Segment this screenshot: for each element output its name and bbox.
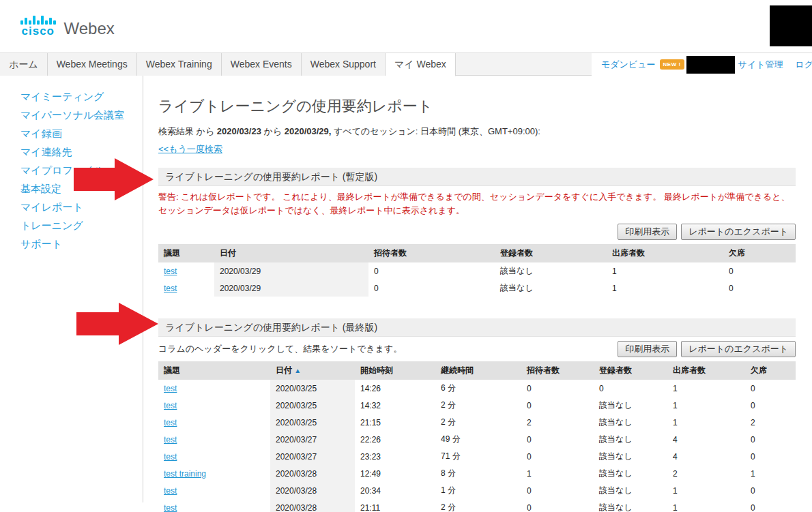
tab-webex-events[interactable]: Webex Events	[222, 53, 302, 76]
column-header[interactable]: 日付 ▲	[270, 361, 355, 380]
data-cell: 2 分	[435, 414, 521, 431]
session-topic-link[interactable]: test	[164, 267, 177, 276]
search-summary: 検索結果 から 2020/03/23 から 2020/03/29, すべてのセッ…	[158, 125, 796, 138]
topic-cell: test	[158, 262, 214, 280]
sidebar-item-training[interactable]: トレーニング	[20, 216, 143, 235]
column-header[interactable]: 議題	[158, 361, 270, 380]
export-report-button[interactable]: レポートのエクスポート	[681, 224, 796, 240]
data-cell: 0	[594, 380, 667, 397]
data-cell: 2020/03/27	[270, 431, 355, 448]
topic-cell: test	[158, 431, 270, 448]
table-row: test2020/03/290該当なし10	[158, 262, 796, 280]
session-topic-link[interactable]: test	[164, 452, 177, 462]
page-header: cisco Webex	[0, 0, 812, 52]
data-cell: 1	[521, 465, 594, 482]
data-cell: 12:49	[355, 465, 435, 482]
sort-ascending-icon: ▲	[294, 367, 301, 374]
session-topic-link[interactable]: test training	[164, 469, 206, 479]
data-cell: 21:11	[355, 499, 435, 512]
column-header[interactable]: 登録者数	[594, 361, 667, 380]
data-cell: 14:32	[355, 397, 435, 414]
redaction-box	[770, 5, 812, 46]
data-cell: 0	[521, 448, 594, 465]
sidebar-item-my-meetings[interactable]: マイミーティング	[20, 87, 143, 106]
cisco-webex-logo: cisco Webex	[20, 15, 115, 36]
session-topic-link[interactable]: test	[164, 401, 177, 410]
data-cell: 0	[723, 262, 796, 280]
data-cell: 該当なし	[594, 448, 667, 465]
data-cell: 6 分	[435, 380, 521, 397]
data-cell: 2	[521, 414, 594, 431]
site-admin-link[interactable]: サイト管理	[738, 59, 783, 71]
printer-friendly-button[interactable]: 印刷用表示	[618, 341, 677, 357]
session-topic-link[interactable]: test	[164, 486, 177, 496]
export-report-button[interactable]: レポートのエクスポート	[681, 341, 796, 357]
table-row: test2020/03/2521:152 分2該当なし12	[158, 414, 796, 431]
data-cell: 該当なし	[594, 414, 667, 431]
tab-home[interactable]: ホーム	[0, 53, 48, 76]
logout-link[interactable]: ログアウト	[796, 59, 812, 71]
data-cell: 2	[745, 414, 796, 431]
data-cell: 1	[667, 499, 745, 512]
table-row: test training2020/03/2812:498 分1該当なし21	[158, 465, 796, 482]
redaction-box	[686, 56, 735, 74]
table-row: test2020/03/290該当なし10	[158, 280, 796, 297]
data-cell: 2020/03/27	[270, 448, 355, 465]
data-cell: 1	[667, 380, 745, 397]
tab-webex-meetings[interactable]: Webex Meetings	[48, 53, 137, 76]
final-actions: 印刷用表示 レポートのエクスポート	[618, 341, 796, 357]
page-title: ライブトレーニングの使用要約レポート	[158, 96, 796, 117]
data-cell: 2020/03/29	[214, 262, 368, 280]
session-topic-link[interactable]: test	[164, 418, 177, 427]
search-again-link[interactable]: <<もう一度検索	[158, 143, 222, 155]
modern-view-link[interactable]: モダンビュー	[601, 59, 656, 71]
data-cell: 2020/03/25	[270, 380, 355, 397]
final-report-heading: ライブトレーニングの使用要約レポート (最終版)	[158, 318, 796, 337]
data-cell: 1	[607, 262, 723, 280]
column-header: 出席者数	[607, 244, 723, 262]
tab-my-webex[interactable]: マイ Webex	[386, 53, 456, 76]
data-cell: 2020/03/28	[270, 465, 355, 482]
cisco-wordmark: cisco	[22, 26, 55, 36]
sidebar-item-my-personal-room[interactable]: マイパーソナル会議室	[20, 106, 143, 124]
column-header[interactable]: 招待者数	[521, 361, 594, 380]
sidebar-item-my-recordings[interactable]: マイ録画	[20, 124, 143, 142]
data-cell: 2020/03/29	[214, 280, 368, 297]
table-row: test2020/03/2820:341 分0該当なし10	[158, 482, 796, 499]
data-cell: 1	[745, 465, 796, 482]
topic-cell: test	[158, 280, 214, 297]
annotation-arrow-icon	[76, 302, 159, 346]
session-topic-link[interactable]: test	[164, 284, 177, 293]
tab-webex-support[interactable]: Webex Support	[302, 53, 386, 76]
data-cell: 該当なし	[495, 262, 607, 280]
topic-cell: test	[158, 482, 270, 499]
data-cell: 該当なし	[594, 482, 667, 499]
search-summary-prefix: 検索結果 から	[158, 126, 217, 136]
column-header[interactable]: 欠席	[745, 361, 796, 380]
provisional-report-table: 議題日付招待者数登録者数出席者数欠席test2020/03/290該当なし10t…	[158, 244, 796, 297]
data-cell: 0	[521, 380, 594, 397]
column-header[interactable]: 出席者数	[667, 361, 745, 380]
data-cell: 20:34	[355, 482, 435, 499]
data-cell: 2 分	[435, 397, 521, 414]
data-cell: 2020/03/28	[270, 499, 355, 512]
table-header-row: 議題日付 ▲開始時刻継続時間招待者数登録者数出席者数欠席	[158, 361, 796, 380]
column-header: 登録者数	[495, 244, 607, 262]
table-row: test2020/03/2514:266 分0010	[158, 380, 796, 397]
data-cell: 2020/03/25	[270, 397, 355, 414]
search-date-to: 2020/03/29,	[285, 126, 332, 136]
session-topic-link[interactable]: test	[164, 503, 177, 512]
tab-webex-training[interactable]: Webex Training	[137, 53, 222, 76]
table-row: test2020/03/2723:2371 分0該当なし40	[158, 448, 796, 465]
data-cell: 71 分	[435, 448, 521, 465]
data-cell: 4	[667, 431, 745, 448]
column-header[interactable]: 開始時刻	[355, 361, 435, 380]
printer-friendly-button[interactable]: 印刷用表示	[618, 224, 677, 240]
session-topic-link[interactable]: test	[164, 435, 177, 445]
sidebar-item-support[interactable]: サポート	[20, 235, 143, 253]
final-actions-row: コラムのヘッダーをクリックして、結果をソートできます。 印刷用表示 レポートのエ…	[158, 341, 796, 357]
column-header[interactable]: 継続時間	[435, 361, 521, 380]
data-cell: 0	[745, 397, 796, 414]
session-topic-link[interactable]: test	[164, 384, 177, 393]
data-cell: 2020/03/28	[270, 482, 355, 499]
